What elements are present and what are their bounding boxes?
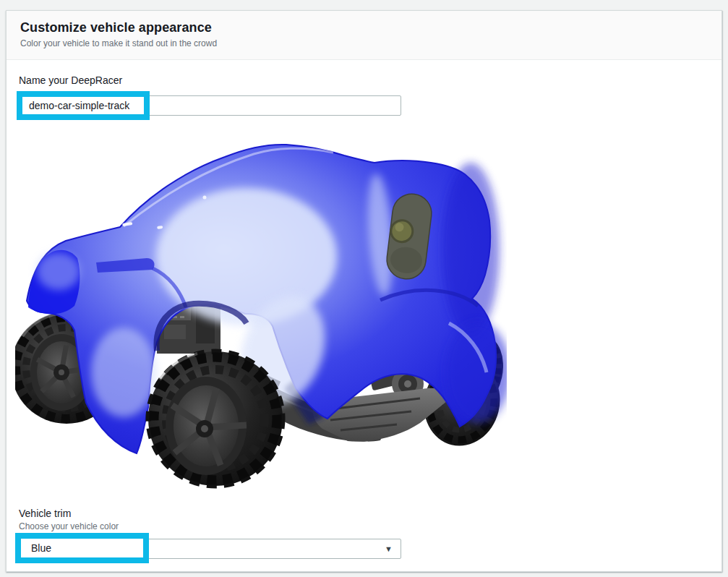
- dropdown-caret-icon: ▼: [385, 545, 393, 553]
- trim-annotation-value: Blue: [21, 542, 51, 554]
- name-annotation-value: demo-car-simple-track: [22, 100, 129, 111]
- page-title: Customize vehicle appearance: [20, 20, 708, 35]
- vehicle-preview-image: [15, 134, 507, 495]
- vehicle-preview: [15, 134, 507, 495]
- page-subtitle: Color your vehicle to make it stand out …: [20, 38, 708, 48]
- name-annotation-highlight: demo-car-simple-track: [17, 91, 150, 120]
- front-left-wheel: [148, 351, 283, 486]
- trim-field-description: Choose your vehicle color: [19, 521, 119, 531]
- name-field-label: Name your DeepRacer: [19, 74, 122, 86]
- trim-annotation-highlight: Blue: [15, 533, 149, 563]
- customize-appearance-card: Customize vehicle appearance Color your …: [6, 10, 722, 572]
- page: { "panel": { "title": "Customize vehicle…: [0, 0, 728, 577]
- card-header: Customize vehicle appearance Color your …: [7, 11, 721, 60]
- trim-field-label: Vehicle trim: [19, 508, 71, 519]
